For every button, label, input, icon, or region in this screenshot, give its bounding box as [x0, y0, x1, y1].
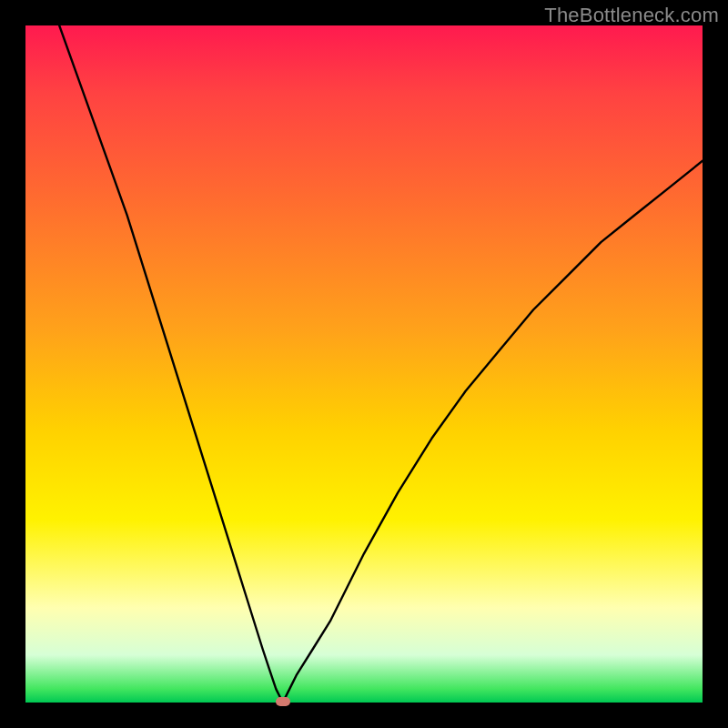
chart-frame: TheBottleneck.com [0, 0, 728, 728]
plot-area [25, 25, 703, 703]
watermark-text: TheBottleneck.com [544, 4, 719, 27]
optimal-marker [276, 697, 290, 706]
bottleneck-curve [25, 25, 703, 703]
